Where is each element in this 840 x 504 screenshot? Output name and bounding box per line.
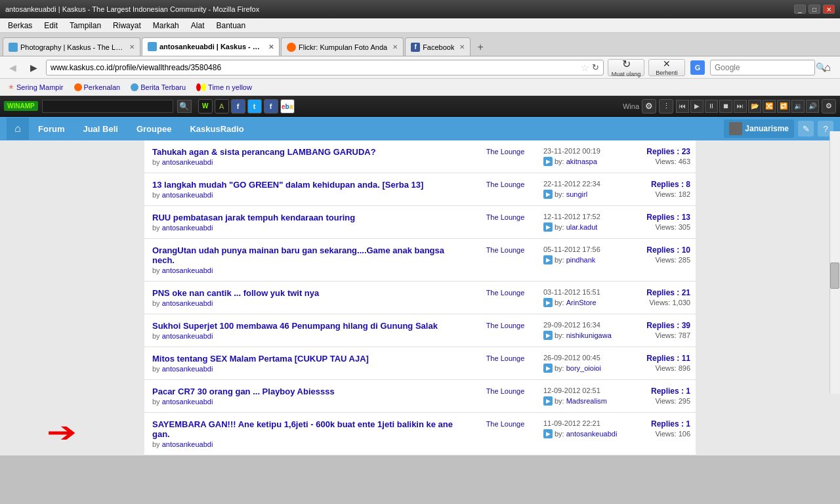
home-button[interactable]: ⌂ — [819, 60, 836, 75]
menu-edit[interactable]: Edit — [39, 20, 63, 32]
thread-title-link[interactable]: Mitos tentang SEX Malam Pertama [CUKUP T… — [152, 354, 465, 364]
winamp-vol-up-button[interactable]: 🔊 — [806, 100, 819, 113]
winamp-icon-twitter[interactable]: t — [247, 99, 262, 114]
replies-link[interactable]: Replies : 1 — [651, 419, 690, 429]
bookmark-sering-mampir[interactable]: ★ Sering Mampir — [5, 82, 66, 92]
replies-link[interactable]: Replies : 11 — [646, 354, 690, 363]
thread-author-link[interactable]: antosankeuabdi — [162, 224, 213, 232]
thread-title-link[interactable]: OrangUtan udah punya mainan baru gan sek… — [152, 245, 465, 265]
tab-close-facebook[interactable]: ✕ — [459, 43, 465, 51]
thread-title-link[interactable]: PNS oke nan cantik ... follow yuk twit n… — [152, 288, 465, 298]
scrollbar[interactable] — [830, 131, 840, 394]
search-input[interactable] — [715, 63, 813, 72]
tab-close-antosankeuabdi[interactable]: ✕ — [268, 43, 274, 51]
nav-home-button[interactable]: ⌂ — [7, 117, 29, 140]
tab-close-photography[interactable]: ✕ — [129, 43, 135, 51]
winamp-icon-fb2[interactable]: f — [264, 99, 278, 114]
last-post-user-link[interactable]: pindhank — [566, 256, 596, 264]
tab-close-flickr[interactable]: ✕ — [392, 43, 398, 51]
forum-link[interactable]: The Lounge — [486, 180, 525, 188]
replies-link[interactable]: Replies : 23 — [646, 147, 690, 156]
thread-author-link[interactable]: antosankeuabdi — [162, 398, 213, 406]
winamp-search-input[interactable] — [42, 100, 173, 113]
thread-author-link[interactable]: antosankeuabdi — [162, 158, 213, 166]
thread-author-link[interactable]: antosankeuabdi — [162, 332, 213, 340]
winamp-icon-w[interactable]: W — [198, 99, 213, 114]
last-post-user-link[interactable]: akitnaspa — [566, 158, 597, 165]
tab-facebook[interactable]: f Facebook ✕ — [405, 37, 471, 56]
winamp-extra-settings-icon[interactable]: ⚙ — [822, 99, 836, 114]
nav-kaskusradio-link[interactable]: KaskusRadio — [180, 117, 253, 140]
nav-groupee-link[interactable]: Groupee — [127, 117, 180, 140]
forward-button[interactable]: ▶ — [25, 60, 42, 75]
winamp-shuffle-button[interactable]: 🔀 — [763, 100, 776, 113]
winamp-repeat-button[interactable]: 🔁 — [777, 100, 790, 113]
replies-link[interactable]: Replies : 39 — [646, 321, 690, 330]
tab-flickr[interactable]: Flickr: Kumpulan Foto Anda ✕ — [281, 37, 404, 56]
nav-edit-button[interactable]: ✎ — [798, 121, 814, 136]
maximize-button[interactable]: □ — [808, 5, 820, 14]
winamp-next-button[interactable]: ⏭ — [734, 100, 747, 113]
new-tab-button[interactable]: + — [472, 39, 488, 56]
forum-link[interactable]: The Lounge — [486, 289, 525, 297]
menu-berkas[interactable]: Berkas — [3, 20, 37, 32]
thread-title-link[interactable]: Tahukah agan & sista perancang LAMBANG G… — [152, 147, 465, 157]
menu-markah[interactable]: Markah — [148, 20, 184, 32]
bookmark-time-n-yellow[interactable]: Time n yellow — [194, 83, 255, 92]
replies-link[interactable]: Replies : 21 — [646, 288, 690, 297]
bookmark-berita-terbaru[interactable]: Berita Terbaru — [128, 83, 188, 92]
winamp-icon-fb1[interactable]: f — [231, 99, 245, 114]
last-post-user-link[interactable]: ular.kadut — [566, 223, 598, 231]
menu-bantuan[interactable]: Bantuan — [211, 20, 251, 32]
winamp-icon-android[interactable]: A — [215, 99, 229, 114]
forum-link[interactable]: The Lounge — [486, 354, 525, 362]
replies-link[interactable]: Replies : 10 — [646, 245, 690, 255]
replies-link[interactable]: Replies : 13 — [646, 213, 690, 222]
thread-title-link[interactable]: 13 langkah mudah "GO GREEN" dalam kehidu… — [152, 180, 465, 190]
last-post-user-link[interactable]: nishikunigawa — [566, 331, 612, 339]
thread-author-link[interactable]: antosankeuabdi — [162, 191, 213, 199]
stop-button[interactable]: ✕ Berhenti — [648, 59, 685, 76]
thread-author-link[interactable]: antosankeuabdi — [162, 440, 213, 448]
replies-link[interactable]: Replies : 1 — [651, 387, 690, 396]
winamp-icon-ebay[interactable]: ebay — [280, 99, 295, 114]
winamp-vol-down-button[interactable]: 🔉 — [791, 100, 805, 113]
nav-forum-link[interactable]: Forum — [29, 117, 74, 140]
tab-photography[interactable]: Photography | Kaskus - The Largest I... … — [3, 37, 140, 56]
minimize-button[interactable]: _ — [794, 5, 806, 14]
winamp-dots-icon[interactable]: ⋮ — [659, 99, 673, 114]
nav-jualbeli-link[interactable]: Jual Beli — [74, 117, 127, 140]
thread-title-link[interactable]: Pacar CR7 30 orang gan ... Playboy Abies… — [152, 387, 465, 396]
last-post-user-link[interactable]: ArinStore — [566, 299, 597, 306]
last-post-user-link[interactable]: bory_oioioi — [566, 364, 601, 372]
thread-title-link[interactable]: SAYEMBARA GAN!!! Ane ketipu 1,6jeti - 60… — [152, 419, 465, 439]
winamp-play-button[interactable]: ▶ — [690, 100, 704, 113]
bookmark-perkenalan[interactable]: Perkenalan — [72, 83, 123, 92]
thread-title-link[interactable]: RUU pembatasan jarak tempuh kendaraan to… — [152, 213, 465, 222]
thread-author-link[interactable]: antosankeuabdi — [162, 365, 213, 373]
last-post-user-link[interactable]: Madsrealism — [566, 397, 607, 405]
menu-alat[interactable]: Alat — [186, 20, 210, 32]
thread-author-link[interactable]: antosankeuabdi — [162, 299, 213, 307]
back-button[interactable]: ◀ — [4, 60, 21, 75]
menu-riwayat[interactable]: Riwayat — [108, 20, 146, 32]
last-post-user-link[interactable]: sungirl — [566, 190, 587, 198]
reload-button[interactable]: ↻ Muat ulang — [608, 59, 644, 76]
winamp-search-button[interactable]: 🔍 — [177, 100, 192, 113]
forum-link[interactable]: The Lounge — [486, 213, 525, 221]
tab-antosankeuabdi[interactable]: antosankeuabdi | Kaskus - The Larges... … — [142, 37, 280, 56]
menu-tampilan[interactable]: Tampilan — [64, 20, 106, 32]
winamp-pause-button[interactable]: ⏸ — [705, 100, 718, 113]
forum-link[interactable]: The Lounge — [486, 420, 525, 428]
last-post-user-link[interactable]: antosankeuabdi — [566, 430, 618, 438]
refresh-icon[interactable]: ↻ — [592, 62, 599, 72]
google-account-icon[interactable]: G — [689, 60, 706, 75]
bookmark-star-icon[interactable]: ☆ — [581, 62, 589, 73]
forum-link[interactable]: The Lounge — [486, 148, 525, 156]
winamp-stop-button[interactable]: ⏹ — [719, 100, 732, 113]
forum-link[interactable]: The Lounge — [486, 246, 525, 254]
thread-title-link[interactable]: Sukhoi Superjet 100 membawa 46 Penumpang… — [152, 321, 465, 331]
forum-link[interactable]: The Lounge — [486, 322, 525, 329]
address-input[interactable] — [51, 63, 578, 72]
close-button[interactable]: ✕ — [823, 5, 835, 14]
